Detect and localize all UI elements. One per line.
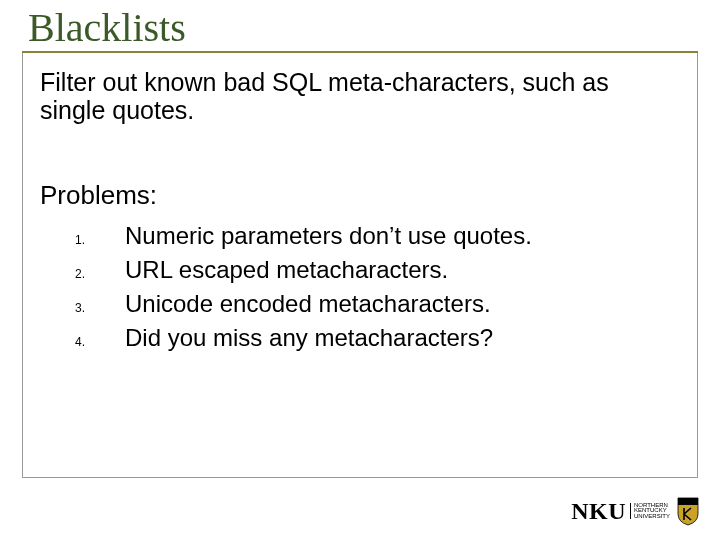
title-strip: Blacklists xyxy=(22,0,698,53)
item-number: 2. xyxy=(75,267,125,281)
intro-text: Filter out known bad SQL meta-characters… xyxy=(40,68,640,124)
shield-icon xyxy=(676,496,700,526)
item-text: Unicode encoded metacharacters. xyxy=(125,290,491,318)
item-number: 3. xyxy=(75,301,125,315)
problems-heading: Problems: xyxy=(40,180,157,211)
logo-initials: NKU xyxy=(571,498,626,525)
slide-title: Blacklists xyxy=(28,4,692,51)
problems-list: 1. Numeric parameters don’t use quotes. … xyxy=(75,222,532,358)
item-text: URL escaped metacharacters. xyxy=(125,256,448,284)
logo-line: UNIVERSITY xyxy=(634,514,670,519)
list-item: 3. Unicode encoded metacharacters. xyxy=(75,290,532,318)
item-text: Did you miss any metacharacters? xyxy=(125,324,493,352)
item-number: 4. xyxy=(75,335,125,349)
list-item: 4. Did you miss any metacharacters? xyxy=(75,324,532,352)
nku-logo: NKU NORTHERN KENTUCKY UNIVERSITY xyxy=(571,496,700,526)
item-number: 1. xyxy=(75,233,125,247)
logo-text: NORTHERN KENTUCKY UNIVERSITY xyxy=(630,503,670,518)
item-text: Numeric parameters don’t use quotes. xyxy=(125,222,532,250)
list-item: 1. Numeric parameters don’t use quotes. xyxy=(75,222,532,250)
list-item: 2. URL escaped metacharacters. xyxy=(75,256,532,284)
